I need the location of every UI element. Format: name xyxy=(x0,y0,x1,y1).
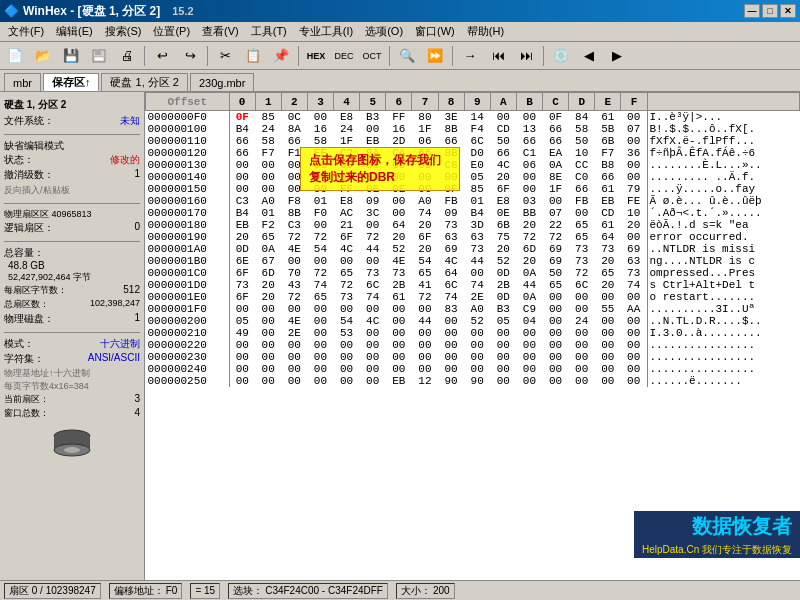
hex-byte[interactable]: 00 xyxy=(334,363,360,375)
hex-byte[interactable]: 90 xyxy=(438,375,464,387)
hex-byte[interactable]: 12 xyxy=(412,375,438,387)
hex-byte[interactable]: 00 xyxy=(360,255,386,267)
hex-byte[interactable]: 09 xyxy=(360,195,386,207)
hex-byte[interactable]: E8 xyxy=(334,111,360,124)
hex-byte[interactable]: 4E xyxy=(281,315,307,327)
hex-byte[interactable]: 73 xyxy=(360,267,386,279)
hex-byte[interactable]: 00 xyxy=(516,111,542,124)
menu-tools[interactable]: 工具(T) xyxy=(245,23,293,40)
hex-byte[interactable]: 61 xyxy=(595,111,621,124)
tab-mbr[interactable]: mbr xyxy=(4,73,41,91)
hex-byte[interactable]: 65 xyxy=(412,267,438,279)
dec-button[interactable]: DEC xyxy=(331,45,357,67)
hex-byte[interactable]: 74 xyxy=(438,291,464,303)
hex-byte[interactable]: 14 xyxy=(464,111,490,124)
hex-byte[interactable]: 00 xyxy=(490,327,516,339)
hex-byte[interactable]: 05 xyxy=(490,315,516,327)
hex-byte[interactable]: 00 xyxy=(621,351,647,363)
hex-byte[interactable]: 00 xyxy=(360,363,386,375)
hex-byte[interactable]: 00 xyxy=(229,339,255,351)
hex-byte[interactable]: CD xyxy=(490,123,516,135)
hex-byte[interactable]: 73 xyxy=(464,243,490,255)
hex-byte[interactable]: 00 xyxy=(281,363,307,375)
hex-byte[interactable]: C9 xyxy=(516,303,542,315)
hex-byte[interactable]: 0D xyxy=(490,291,516,303)
hex-byte[interactable]: EB xyxy=(229,219,255,231)
hex-byte[interactable]: 00 xyxy=(569,339,595,351)
hex-byte[interactable]: 3D xyxy=(464,219,490,231)
hex-byte[interactable]: 6D xyxy=(516,243,542,255)
hex-byte[interactable]: 20 xyxy=(490,171,516,183)
hex-byte[interactable]: 00 xyxy=(516,171,542,183)
hex-byte[interactable]: 54 xyxy=(334,315,360,327)
hex-byte[interactable]: FB xyxy=(569,195,595,207)
hex-byte[interactable]: 84 xyxy=(569,111,595,124)
hex-byte[interactable]: C3 xyxy=(281,219,307,231)
hex-byte[interactable]: 79 xyxy=(621,183,647,195)
hex-byte[interactable]: B3 xyxy=(490,303,516,315)
hex-byte[interactable]: 0D xyxy=(229,243,255,255)
hex-byte[interactable]: 00 xyxy=(621,363,647,375)
hex-byte[interactable]: 00 xyxy=(360,123,386,135)
hex-byte[interactable]: 00 xyxy=(621,171,647,183)
hex-byte[interactable]: 00 xyxy=(334,255,360,267)
hex-byte[interactable]: BB xyxy=(516,207,542,219)
hex-byte[interactable]: 8E xyxy=(543,171,569,183)
hex-byte[interactable]: 65 xyxy=(595,267,621,279)
hex-byte[interactable]: 36 xyxy=(621,147,647,159)
hex-byte[interactable]: 00 xyxy=(595,327,621,339)
hex-byte[interactable]: 8B xyxy=(438,147,464,159)
hex-byte[interactable]: 00 xyxy=(516,327,542,339)
hex-byte[interactable]: 0A xyxy=(516,291,542,303)
hex-byte[interactable]: B3 xyxy=(360,111,386,124)
hex-byte[interactable]: 69 xyxy=(543,243,569,255)
hex-byte[interactable]: 00 xyxy=(255,327,281,339)
hex-byte[interactable]: A0 xyxy=(464,303,490,315)
hex-byte[interactable]: 00 xyxy=(412,303,438,315)
hex-byte[interactable]: 00 xyxy=(621,111,647,124)
hex-byte[interactable]: 00 xyxy=(281,351,307,363)
hex-byte[interactable]: 8B xyxy=(438,123,464,135)
hex-byte[interactable]: 73 xyxy=(569,243,595,255)
hex-byte[interactable]: 2E xyxy=(464,291,490,303)
hex-byte[interactable]: 58 xyxy=(569,123,595,135)
hex-byte[interactable]: 4E xyxy=(281,243,307,255)
table-row[interactable]: 000000170B4018BF0AC3C007409B40EBB0700CD1… xyxy=(146,207,800,219)
hex-byte[interactable]: F2 xyxy=(255,219,281,231)
hex-byte[interactable]: 10 xyxy=(621,207,647,219)
hex-byte[interactable]: 73 xyxy=(621,267,647,279)
hex-byte[interactable]: C0 xyxy=(569,171,595,183)
hex-byte[interactable]: 00 xyxy=(229,171,255,183)
hex-byte[interactable]: 74 xyxy=(412,207,438,219)
menu-edit[interactable]: 编辑(E) xyxy=(50,23,99,40)
hex-byte[interactable]: 00 xyxy=(569,207,595,219)
hex-byte[interactable]: 00 xyxy=(543,351,569,363)
hex-byte[interactable]: 01 xyxy=(464,195,490,207)
hex-byte[interactable]: CD xyxy=(595,207,621,219)
hex-byte[interactable]: 00 xyxy=(621,315,647,327)
hex-byte[interactable]: 00 xyxy=(255,171,281,183)
hex-byte[interactable]: EB xyxy=(360,135,386,147)
hex-byte[interactable]: 00 xyxy=(569,351,595,363)
hex-byte[interactable]: 72 xyxy=(569,267,595,279)
hex-byte[interactable]: 00 xyxy=(438,327,464,339)
undo-button[interactable]: ↩ xyxy=(149,45,175,67)
hex-byte[interactable]: 00 xyxy=(595,363,621,375)
hex-byte[interactable]: E8 xyxy=(490,195,516,207)
hex-byte[interactable]: 00 xyxy=(386,315,412,327)
hex-byte[interactable]: 00 xyxy=(621,159,647,171)
hex-byte[interactable]: E8 xyxy=(334,195,360,207)
hex-byte[interactable]: 53 xyxy=(334,327,360,339)
hex-byte[interactable]: 66 xyxy=(412,147,438,159)
hex-byte[interactable]: 64 xyxy=(386,219,412,231)
hex-byte[interactable]: 58 xyxy=(307,135,333,147)
table-row[interactable]: 0000002200000000000000000000000000000000… xyxy=(146,339,800,351)
hex-byte[interactable]: 00 xyxy=(281,375,307,387)
hex-byte[interactable]: 6D xyxy=(255,267,281,279)
hex-byte[interactable]: 61 xyxy=(595,183,621,195)
hex-byte[interactable]: 72 xyxy=(543,231,569,243)
hex-byte[interactable]: 6E xyxy=(229,255,255,267)
hex-byte[interactable]: 00 xyxy=(360,339,386,351)
hex-byte[interactable]: 5B xyxy=(595,123,621,135)
end-button[interactable]: ⏭ xyxy=(513,45,539,67)
